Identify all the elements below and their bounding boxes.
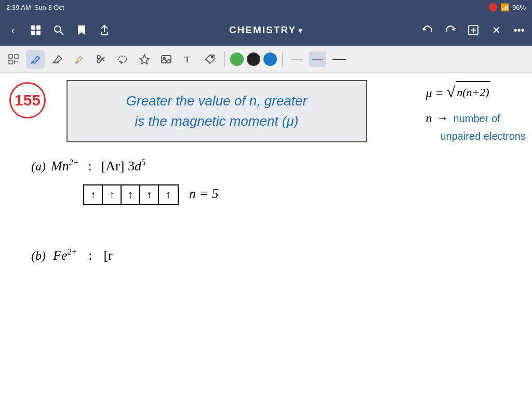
share-button[interactable] (97, 22, 112, 38)
text-tool[interactable]: T (179, 50, 197, 69)
svg-point-4 (55, 26, 61, 32)
svg-point-21 (118, 56, 127, 62)
close-button[interactable]: ✕ (488, 22, 504, 38)
svg-point-18 (97, 60, 100, 63)
highlight-box: Greater the value of n, greater is the m… (66, 80, 367, 142)
svg-rect-9 (9, 55, 12, 58)
svg-rect-10 (15, 55, 18, 58)
eraser-tool[interactable] (48, 50, 66, 69)
svg-rect-24 (162, 56, 171, 63)
more-button[interactable]: ••• (511, 22, 527, 38)
back-button[interactable]: ‹ (5, 22, 21, 38)
section-a-label: (a) (31, 159, 46, 174)
svg-rect-1 (36, 25, 41, 30)
n-definition: n → number of unpaired electrons (425, 108, 526, 144)
time: 2:39 AM (6, 4, 31, 11)
highlighter-tool[interactable] (70, 50, 88, 69)
image-tool[interactable] (157, 50, 176, 69)
scan-tool[interactable] (4, 50, 23, 69)
bookmark-button[interactable] (74, 22, 89, 38)
section-b-label: (b) (31, 249, 46, 263)
page-number: 155 (15, 91, 41, 109)
section-b: (b) Fe2+ : [r (31, 244, 113, 263)
electron-box-3: ↑ (122, 185, 140, 204)
battery-icon: 96% (512, 4, 526, 11)
status-bar: 2:39 AM Sun 3 Oct 📶 96% (0, 0, 532, 15)
svg-point-17 (97, 56, 100, 59)
n-value-a: n = 5 (189, 186, 219, 202)
color-black[interactable] (247, 52, 260, 66)
search-button[interactable] (51, 22, 66, 38)
section-b-config: (b) Fe2+ : [r (31, 247, 113, 263)
svg-marker-23 (140, 55, 149, 64)
grid-button[interactable] (28, 22, 44, 38)
line-thick[interactable]: — (329, 49, 349, 69)
page-number-badge: 155 (9, 82, 46, 118)
redo-button[interactable] (443, 22, 458, 38)
svg-rect-3 (36, 31, 41, 35)
undo-button[interactable] (420, 22, 435, 38)
electron-boxes: ↑ ↑ ↑ ↑ ↑ (83, 184, 179, 205)
separator-2 (282, 51, 283, 67)
battery-percent: 96% (512, 4, 526, 11)
notebook-title: CHEMISTRY (229, 24, 296, 36)
line-thin[interactable]: — (288, 50, 305, 68)
lasso-tool[interactable] (113, 50, 132, 69)
svg-line-5 (60, 32, 63, 35)
dropdown-chevron[interactable]: ▾ (298, 25, 303, 35)
toolbar-right: ✕ ••• (420, 22, 527, 38)
line-medium[interactable]: — (309, 51, 326, 67)
section-a-config: (a) Mn2+ : [Ar] 3d5 (31, 158, 219, 174)
highlight-text: Greater the value of n, greater is the m… (126, 91, 307, 131)
svg-point-27 (211, 56, 213, 58)
separator-1 (224, 51, 225, 67)
wifi-icon: 📶 (500, 3, 509, 11)
electron-box-4: ↑ (140, 185, 159, 204)
mu-formula: μ = √ n(n+2) (425, 78, 526, 106)
content-area: 155 Greater the value of n, greater is t… (0, 73, 532, 399)
shape-tool[interactable] (91, 50, 110, 69)
status-right: 📶 96% (489, 3, 526, 11)
color-blue[interactable] (263, 52, 277, 66)
tag-tool[interactable] (201, 50, 219, 69)
add-page-button[interactable] (466, 22, 481, 38)
color-green[interactable] (230, 52, 244, 66)
date: Sun 3 Oct (34, 4, 64, 11)
star-tool[interactable] (135, 50, 154, 69)
pen-tool[interactable] (26, 50, 45, 69)
electron-box-5: ↑ (159, 185, 178, 204)
section-a: (a) Mn2+ : [Ar] 3d5 ↑ ↑ ↑ ↑ ↑ n = 5 (31, 155, 219, 205)
formula-area: μ = √ n(n+2) n → number of unpaired elec… (425, 78, 526, 144)
electron-box-2: ↑ (103, 185, 122, 204)
drawing-toolbar: T — — — (0, 46, 532, 73)
toolbar-center: CHEMISTRY ▾ (116, 24, 416, 36)
electron-box-1: ↑ (84, 185, 103, 204)
record-icon (489, 3, 497, 11)
svg-text:T: T (184, 55, 190, 64)
svg-rect-0 (31, 25, 35, 30)
status-left: 2:39 AM Sun 3 Oct (6, 4, 64, 11)
svg-rect-11 (9, 60, 12, 64)
toolbar-left: ‹ (5, 22, 112, 38)
electron-boxes-row: ↑ ↑ ↑ ↑ ↑ n = 5 (83, 182, 219, 205)
svg-rect-2 (31, 31, 35, 35)
main-toolbar: ‹ CHEMISTRY ▾ (0, 15, 532, 46)
